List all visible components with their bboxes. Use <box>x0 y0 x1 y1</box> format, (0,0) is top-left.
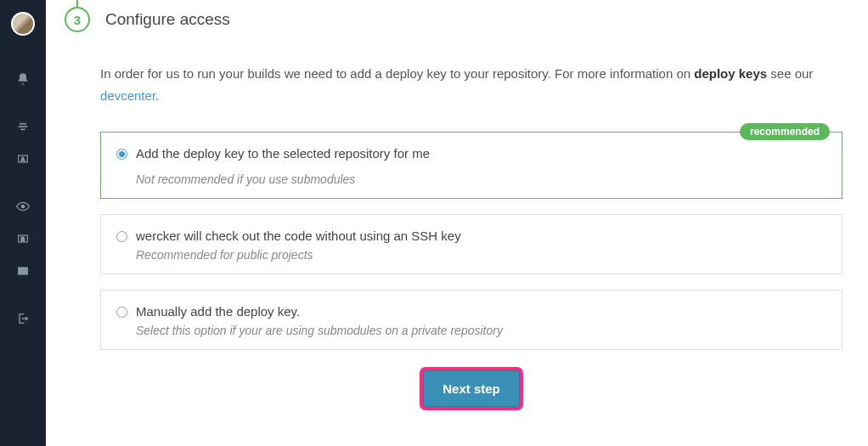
svg-text:B: B <box>21 236 25 242</box>
option-no-ssh[interactable]: wercker will check out the code without … <box>100 214 843 274</box>
app-a-icon[interactable]: A <box>0 143 46 175</box>
recommended-badge: recommended <box>740 123 830 140</box>
option-auto-deploy-key[interactable]: recommended Add the deploy key to the se… <box>100 132 843 199</box>
option-hint: Select this option if your are using sub… <box>136 324 826 337</box>
main-content: 3 Configure access In order for us to ru… <box>46 0 868 446</box>
radio-no-ssh[interactable] <box>116 231 127 242</box>
svg-text:A: A <box>21 156 25 162</box>
option-label: Manually add the deploy key. <box>136 304 300 319</box>
option-label: Add the deploy key to the selected repos… <box>136 146 430 161</box>
radio-auto[interactable] <box>116 149 127 160</box>
app-s-icon[interactable]: S <box>0 255 46 287</box>
intro-text: In order for us to run your builds we ne… <box>100 63 843 106</box>
option-hint: Recommended for public projects <box>136 248 826 262</box>
intro-suffix: . <box>155 88 159 103</box>
notifications-icon[interactable] <box>0 63 46 95</box>
svg-point-5 <box>21 205 24 207</box>
devcenter-link[interactable]: devcenter <box>100 88 155 103</box>
svg-text:S: S <box>21 268 25 274</box>
app-b-icon[interactable]: B <box>0 223 46 255</box>
step-number-badge: 3 <box>65 7 90 32</box>
intro-mid: see our <box>767 66 813 81</box>
intro-prefix: In order for us to run your builds we ne… <box>100 66 694 81</box>
eye-icon[interactable] <box>0 190 46 223</box>
radio-manual[interactable] <box>116 307 127 318</box>
option-hint: Not recommended if you use submodules <box>116 172 826 186</box>
option-label: wercker will check out the code without … <box>136 229 461 243</box>
logout-icon[interactable] <box>0 302 46 335</box>
step-header: 3 Configure access <box>65 7 843 32</box>
step-title: Configure access <box>105 10 230 29</box>
intro-strong: deploy keys <box>694 66 767 81</box>
menu-icon[interactable] <box>0 110 46 143</box>
option-manual[interactable]: Manually add the deploy key. Select this… <box>100 290 843 350</box>
avatar[interactable] <box>11 12 35 36</box>
sidebar: A B S <box>0 0 46 446</box>
next-step-button[interactable]: Next step <box>423 370 520 407</box>
action-row: Next step <box>100 370 843 407</box>
